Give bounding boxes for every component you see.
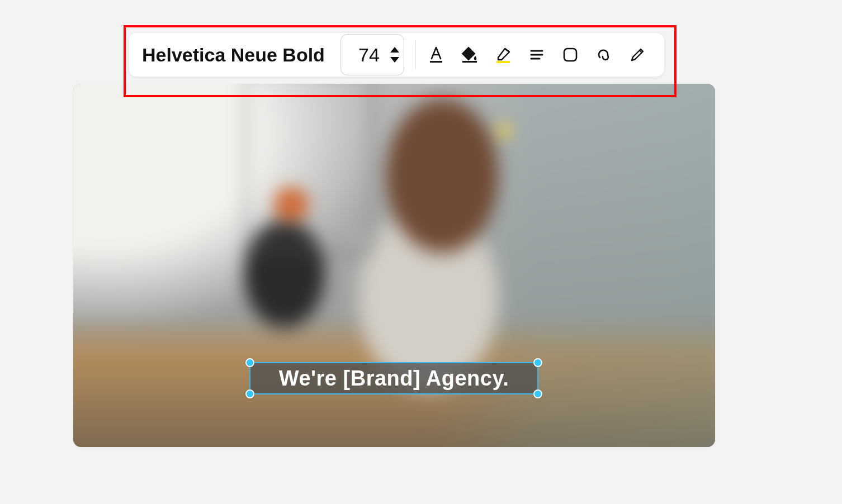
- fill-color-button[interactable]: [453, 38, 486, 72]
- font-size-increase-icon[interactable]: [390, 47, 399, 53]
- highlight-button[interactable]: [486, 38, 520, 72]
- text-toolbar: Helvetica Neue Bold 74: [129, 33, 664, 77]
- resize-handle-top-right[interactable]: [533, 358, 542, 367]
- resize-handle-top-left[interactable]: [245, 358, 254, 367]
- align-button[interactable]: [520, 38, 554, 72]
- svg-rect-1: [462, 61, 477, 63]
- edit-icon: [628, 45, 647, 64]
- layer-icon: [561, 45, 580, 64]
- design-canvas[interactable]: We're [Brand] Agency.: [73, 84, 715, 447]
- toolbar-annotation-box: Helvetica Neue Bold 74: [124, 25, 677, 97]
- font-size-decrease-icon[interactable]: [390, 57, 399, 63]
- edit-button[interactable]: [621, 38, 654, 72]
- effects-button[interactable]: [587, 38, 621, 72]
- selected-text-content: We're [Brand] Agency.: [279, 367, 509, 391]
- text-color-button[interactable]: [419, 38, 453, 72]
- font-size-input[interactable]: 74: [340, 34, 404, 75]
- text-color-icon: [427, 45, 446, 64]
- font-family-selector[interactable]: Helvetica Neue Bold: [142, 44, 340, 66]
- font-size-value: 74: [356, 44, 382, 66]
- highlight-icon: [494, 45, 513, 64]
- svg-rect-6: [564, 49, 576, 61]
- editor-stage: We're [Brand] Agency. Helvetica Neue Bol…: [0, 0, 842, 504]
- resize-handle-bottom-right[interactable]: [533, 389, 542, 398]
- font-size-steppers: [390, 47, 399, 63]
- toolbar-divider: [415, 41, 416, 69]
- svg-rect-2: [496, 61, 510, 63]
- fill-color-icon: [460, 45, 479, 64]
- selected-text-element[interactable]: We're [Brand] Agency.: [249, 362, 538, 394]
- layer-button[interactable]: [554, 38, 587, 72]
- resize-handle-bottom-left[interactable]: [245, 389, 254, 398]
- svg-rect-0: [430, 61, 442, 63]
- effects-icon: [594, 45, 613, 64]
- align-icon: [527, 45, 546, 64]
